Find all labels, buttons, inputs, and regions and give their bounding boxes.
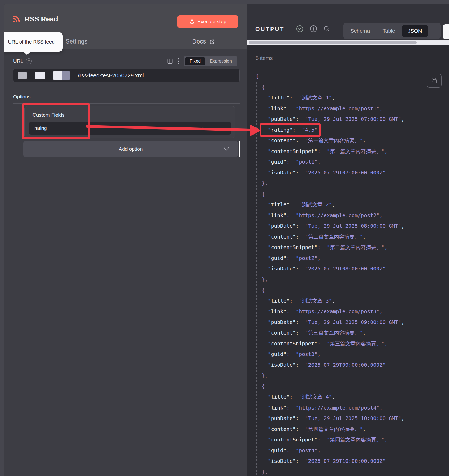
json-line: { [256, 82, 446, 93]
json-line: "guid": "post2", [256, 253, 446, 264]
json-line: "isoDate": "2025-07-29T07:00:00.000Z" [256, 168, 446, 178]
json-line: "title": "測試文章 4", [256, 392, 446, 403]
tooltip-text: URL of the RSS feed [8, 39, 55, 45]
json-line: "isoDate": "2025-07-29T08:00:00.000Z" [256, 264, 446, 274]
json-line: }, [256, 178, 446, 189]
custom-fields-group: Custom Fields [24, 106, 235, 138]
indent-guide [263, 93, 263, 178]
json-line: "contentSnippet": "第三篇文章內容摘要。", [256, 339, 446, 349]
json-line: "contentSnippet": "第四篇文章內容摘要。", [256, 435, 446, 445]
redacted-block [18, 72, 27, 79]
node-settings-panel: RSS Read Execute step Settings Docs [4, 4, 247, 476]
json-line: "content": "第二篇文章內容摘要。", [256, 232, 446, 242]
output-panel: OUTPUT SchemaTableJSO [247, 4, 449, 476]
execute-step-button[interactable]: Execute step [177, 15, 238, 28]
json-line: "rating": "4.5", [256, 125, 446, 136]
output-tab-schema[interactable]: Schema [345, 25, 376, 37]
info-icon[interactable] [310, 25, 317, 33]
json-line: "guid": "post1", [256, 157, 446, 168]
json-line: }, [256, 274, 446, 285]
url-label: URL [13, 58, 23, 64]
tooltip: URL of the RSS feed [4, 32, 63, 52]
split-panel-icon[interactable] [167, 58, 173, 65]
items-count: 5 items [256, 55, 273, 61]
json-line: "content": "第三篇文章內容摘要。", [256, 328, 446, 339]
node-title: RSS Read [25, 15, 58, 23]
divider [13, 103, 240, 104]
json-line: "pubDate": "Tue, 29 Jul 2025 10:00:00 GM… [256, 413, 446, 424]
output-view-tabs: SchemaTableJSON [343, 23, 441, 39]
json-line: }, [256, 370, 446, 381]
json-line: { [256, 189, 446, 200]
help-icon[interactable]: ? [26, 58, 32, 64]
json-line: "pubDate": "Tue, 29 Jul 2025 09:00:00 GM… [256, 317, 446, 328]
custom-fields-label: Custom Fields [32, 112, 64, 118]
json-line: "contentSnippet": "第二篇文章內容摘要。", [256, 242, 446, 253]
json-line: }, [256, 467, 446, 476]
json-viewer: [{"title": "測試文章 1","link": "https://exa… [256, 71, 446, 476]
json-line: "title": "測試文章 2", [256, 199, 446, 210]
ndv-modal: RSS Read Execute step Settings Docs [0, 0, 449, 476]
json-line: "link": "https://example.com/post4", [256, 403, 446, 413]
success-check-icon [296, 25, 304, 33]
json-line: { [256, 285, 446, 296]
search-icon[interactable] [323, 25, 330, 32]
json-line: "link": "https://example.com/post2", [256, 210, 446, 221]
json-line: "link": "https://example.com/post1", [256, 103, 446, 114]
mode-expression[interactable]: Expression [205, 57, 236, 65]
json-line: "content": "第四篇文章內容摘要。", [256, 424, 446, 435]
output-header: OUTPUT SchemaTableJSO [247, 4, 449, 40]
indent-guide [263, 199, 263, 274]
json-line: "isoDate": "2025-07-29T10:00:00.000Z" [256, 456, 446, 467]
chevron-down-icon [223, 146, 229, 152]
url-input[interactable]: /rss-feed-test-2050729.xml [13, 69, 240, 82]
json-line: "link": "https://example.com/post3", [256, 306, 446, 317]
clipped-white-button[interactable] [443, 24, 449, 39]
json-line: "guid": "post4", [256, 445, 446, 456]
json-line: "contentSnippet": "第一篇文章內容摘要。", [256, 146, 446, 157]
external-link-icon [209, 39, 215, 45]
options-heading: Options [13, 94, 30, 100]
json-view: 5 items [{"title": "測試文章 1","link": "htt… [247, 45, 449, 476]
output-title: OUTPUT [255, 26, 284, 32]
json-line: "title": "測試文章 3", [256, 296, 446, 307]
mode-fixed[interactable]: Fixed [185, 57, 205, 65]
fixed-expression-toggle[interactable]: Fixed Expression [184, 56, 237, 66]
horizontal-scrollbar[interactable] [247, 40, 449, 45]
indent-guide [256, 82, 257, 476]
params-scrollbar[interactable] [239, 141, 240, 157]
url-value: /rss-feed-test-2050729.xml [78, 72, 144, 79]
json-line: "isoDate": "2025-07-29T09:00:00.000Z" [256, 360, 446, 371]
indent-guide [263, 296, 263, 371]
json-line: "content": "第一篇文章內容摘要。", [256, 135, 446, 146]
docs-link[interactable]: Docs [192, 38, 215, 45]
redacted-block [53, 71, 70, 80]
indent-guide [263, 392, 263, 467]
rss-icon [12, 15, 21, 23]
output-tab-json[interactable]: JSON [402, 25, 428, 37]
json-line: "pubDate": "Tue, 29 Jul 2025 08:00:00 GM… [256, 221, 446, 232]
custom-fields-input[interactable] [29, 122, 231, 135]
json-line: "guid": "post3", [256, 349, 446, 360]
kebab-menu-icon[interactable] [177, 58, 180, 65]
redacted-block [35, 72, 45, 79]
flask-icon [189, 19, 195, 25]
add-option-select[interactable]: Add option [23, 141, 238, 157]
json-line: "title": "測試文章 1", [256, 93, 446, 103]
tab-settings[interactable]: Settings [62, 36, 91, 47]
json-line: [ [256, 71, 446, 82]
json-line: "pubDate": "Tue, 29 Jul 2025 07:00:00 GM… [256, 114, 446, 125]
output-tab-table[interactable]: Table [377, 25, 401, 37]
scrollbar-thumb[interactable] [249, 41, 417, 44]
json-line: { [256, 381, 446, 392]
